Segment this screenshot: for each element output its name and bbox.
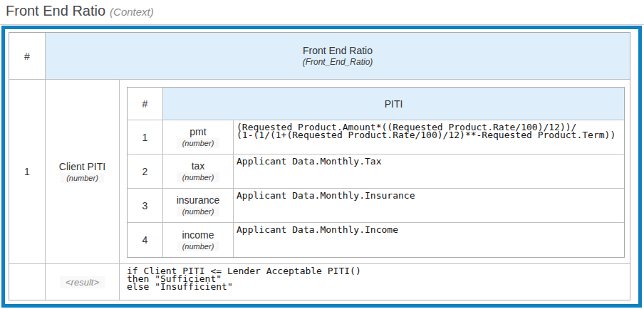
entry-row-number[interactable]: 1 bbox=[9, 80, 46, 264]
feel-expression[interactable]: (Requested Product.Amount*((Requested Pr… bbox=[234, 120, 624, 154]
nested-entry-name: pmt bbox=[189, 126, 206, 137]
entry-name-cell[interactable]: Client PITI (number) bbox=[46, 80, 120, 264]
nested-entry-name: income bbox=[182, 229, 214, 241]
nested-entry-datatype: (number) bbox=[177, 172, 220, 182]
result-feel-expression[interactable]: if Client PITI <= Lender Acceptable PITI… bbox=[120, 264, 630, 300]
nested-table-header[interactable]: PITI bbox=[163, 88, 624, 120]
context-table: # Front End Ratio (Front_End_Ratio) 1 Cl… bbox=[9, 32, 630, 300]
nested-row-number-column-header[interactable]: # bbox=[128, 88, 163, 120]
nested-entry-datatype: (number) bbox=[177, 206, 220, 216]
nested-context-table: # PITI 1 pmt (number) (Requested Product… bbox=[127, 87, 625, 258]
result-label-cell[interactable]: <result> bbox=[46, 264, 120, 300]
decision-typeref: (Front_End_Ratio) bbox=[303, 57, 373, 67]
decision-name-header[interactable]: Front End Ratio (Front_End_Ratio) bbox=[46, 33, 630, 80]
nested-entry-name-cell[interactable]: tax (number) bbox=[163, 154, 234, 189]
nested-entry-name: insurance bbox=[177, 194, 220, 206]
nested-entry-name-cell[interactable]: income (number) bbox=[163, 223, 234, 257]
context-expression-frame: # Front End Ratio (Front_End_Ratio) 1 Cl… bbox=[1, 26, 642, 308]
nested-entry-datatype: (number) bbox=[177, 241, 220, 251]
panel-divider bbox=[0, 24, 644, 25]
result-label: <result> bbox=[60, 276, 105, 288]
nested-entry-expression-cell[interactable]: Applicant Data.Monthly.Income bbox=[234, 223, 624, 257]
decision-name: Front End Ratio bbox=[303, 45, 373, 56]
row-number-column-header[interactable]: # bbox=[9, 33, 46, 80]
nested-entry-name-cell[interactable]: insurance (number) bbox=[163, 189, 234, 223]
entry-datatype: (number) bbox=[61, 173, 104, 183]
page-title: Front End Ratio bbox=[6, 3, 105, 19]
nested-entry-expression-cell[interactable]: Applicant Data.Monthly.Tax bbox=[234, 154, 624, 189]
nested-entry-name-cell[interactable]: pmt (number) bbox=[163, 120, 234, 154]
nested-entry-datatype: (number) bbox=[177, 138, 220, 148]
feel-expression[interactable]: Applicant Data.Monthly.Income bbox=[234, 223, 624, 257]
result-expression-cell[interactable]: if Client PITI <= Lender Acceptable PITI… bbox=[120, 264, 630, 300]
nested-entry-expression-cell[interactable]: Applicant Data.Monthly.Insurance bbox=[234, 189, 624, 223]
nested-entry-name: tax bbox=[192, 160, 205, 172]
nested-entry-row-number[interactable]: 2 bbox=[128, 154, 163, 189]
feel-expression[interactable]: Applicant Data.Monthly.Insurance bbox=[234, 189, 624, 222]
expression-kind-label: (Context) bbox=[110, 6, 154, 18]
nested-entry-row-number[interactable]: 4 bbox=[128, 223, 163, 257]
entry-expression-cell[interactable]: # PITI 1 pmt (number) (Requested Product… bbox=[120, 80, 630, 264]
entry-name: Client PITI bbox=[59, 161, 105, 172]
nested-entry-row-number[interactable]: 3 bbox=[128, 189, 163, 223]
feel-expression[interactable]: Applicant Data.Monthly.Tax bbox=[234, 154, 624, 188]
nested-entry-expression-cell[interactable]: (Requested Product.Amount*((Requested Pr… bbox=[234, 120, 624, 154]
result-row-number-cell[interactable] bbox=[9, 264, 46, 300]
expression-title: Front End Ratio(Context) bbox=[6, 3, 154, 19]
nested-entry-row-number[interactable]: 1 bbox=[128, 120, 163, 154]
